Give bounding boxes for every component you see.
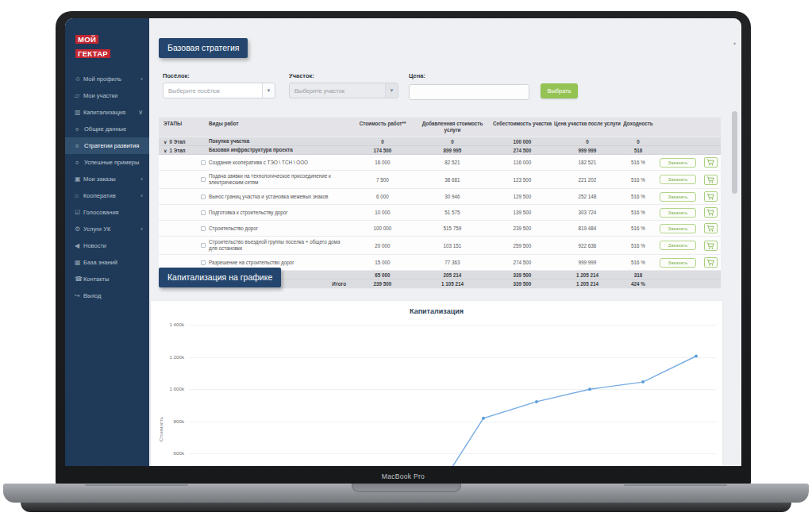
sidebar-item-1[interactable]: ☺Мой профиль‹ (65, 71, 149, 87)
column-header: Виды работ (209, 118, 351, 130)
order-cell: Заказать (656, 258, 700, 268)
sidebar-item-9[interactable]: ☑Голосования (65, 204, 149, 221)
app-logo: МОЙ ГЕКТАР (75, 31, 149, 60)
row-checkbox[interactable] (201, 243, 206, 248)
cooperative-icon: ⌂ (75, 192, 83, 199)
sidebar-item-2[interactable]: ▱Мои участки (65, 87, 149, 104)
checkbox-cell (197, 226, 209, 231)
added-cell: 51 575 (414, 210, 491, 215)
cart-button[interactable] (704, 223, 718, 233)
sidebar-item-10[interactable]: ⚙Услуги УК‹ (65, 221, 149, 237)
data-point-marker (695, 355, 698, 358)
sidebar-item-6[interactable]: ○Успешные примеры (65, 154, 149, 171)
stage-row[interactable]: ∨0 ЭтапПокупка участка00100 00000 (159, 137, 721, 146)
sidebar-item-label: Стратегии развития (84, 142, 139, 149)
order-button[interactable]: Заказать (660, 258, 696, 268)
stage-label: 1 Этап (169, 148, 185, 153)
cart-button[interactable] (704, 175, 718, 185)
news-icon: ◀ (75, 242, 83, 249)
chevron-collapsed-icon: ‹ (140, 192, 143, 199)
column-header: Стоимость работ** (351, 118, 414, 130)
logo-line-2: ГЕКТАР (75, 49, 110, 58)
stage-expand-icon[interactable]: ∨ (164, 139, 167, 145)
order-button[interactable]: Заказать (660, 224, 696, 233)
macbook-label: MacBook Pro (56, 472, 751, 480)
column-header: Доходность (621, 118, 656, 130)
sidebar-item-label: Мои заказы (83, 175, 116, 183)
sidebar-item-12[interactable]: ▦База знаний (65, 254, 149, 271)
order-cell: Заказать (656, 192, 700, 202)
stage-cell: ∨0 Этап (159, 139, 197, 145)
row-checkbox[interactable] (201, 177, 206, 182)
voting-icon: ☑ (75, 209, 83, 216)
sidebar-item-label: База знаний (83, 259, 117, 266)
yield-cell: 316 (621, 272, 656, 278)
select-button[interactable]: Выбрать (541, 83, 578, 98)
scrollbar-up-arrow-icon[interactable]: ▲ (733, 40, 737, 45)
work-name-cell: Строительство дорог (209, 225, 351, 232)
yield-cell: 516 % (621, 225, 656, 231)
stage-row[interactable]: ∨1 ЭтапБазовая инфраструктура проекта174… (159, 146, 721, 155)
row-checkbox[interactable] (201, 210, 206, 215)
row-checkbox[interactable] (201, 195, 206, 199)
sidebar-item-7[interactable]: ▣Мои заказы‹ (65, 171, 149, 187)
order-button[interactable]: Заказать (660, 175, 696, 184)
sidebar-item-5[interactable]: ○Стратегии развития (65, 137, 149, 154)
cart-button[interactable] (704, 257, 718, 268)
cart-button[interactable] (704, 241, 718, 251)
sidebar-item-4[interactable]: ○Общие данные (65, 121, 149, 137)
chevron-down-icon[interactable]: ▼ (385, 83, 398, 98)
added-cell: 38 681 (414, 177, 491, 183)
hinge-left (85, 484, 188, 486)
sidebar-item-label: Голосования (83, 209, 119, 216)
added-cell: 1 105 214 (414, 281, 491, 287)
sidebar-menu: ☺Мой профиль‹▱Мои участки▥Капитализация∨… (65, 71, 149, 304)
radio-circle-icon: ○ (75, 126, 84, 132)
order-button[interactable]: Заказать (660, 192, 696, 202)
sidebar-item-label: Контакты (83, 276, 109, 283)
cart-cell (700, 191, 721, 202)
stage-expand-icon[interactable]: ∨ (164, 148, 167, 153)
work-row: Вынос границ участка и установка межевых… (159, 189, 721, 205)
village-select[interactable]: Выберите посёлок ▼ (163, 83, 275, 98)
cart-button[interactable] (704, 207, 718, 218)
plot-filter-group: Участок: Выберите участок ▼ (289, 72, 398, 98)
cart-icon (706, 225, 714, 232)
column-header: Себестоимость участка (491, 118, 554, 130)
cart-button[interactable] (704, 157, 718, 168)
logo-line-1: МОЙ (75, 35, 98, 44)
land-plots-icon: ▱ (75, 92, 83, 99)
sidebar-item-3[interactable]: ▥Капитализация∨ (65, 104, 149, 121)
row-checkbox[interactable] (201, 160, 206, 165)
row-checkbox[interactable] (201, 260, 206, 265)
macbook-base-shadow (21, 503, 791, 512)
hinge-right (624, 484, 727, 486)
chevron-down-icon[interactable]: ▼ (262, 83, 275, 98)
work-name-cell: Вынос границ участка и установка межевых… (209, 194, 351, 200)
logout-icon: ↪ (75, 292, 83, 299)
plot-select[interactable]: Выберите участок ▼ (289, 83, 398, 98)
sidebar-item-13[interactable]: ☎Контакты (65, 271, 149, 287)
order-button[interactable]: Заказать (660, 208, 696, 218)
order-button[interactable]: Заказать (660, 158, 696, 168)
sidebar-item-label: Общие данные (84, 125, 126, 133)
scrollbar-thumb[interactable] (732, 111, 737, 194)
cost-cell: 7 500 (351, 177, 414, 183)
price-cell: 0 (554, 139, 621, 145)
cart-button[interactable] (704, 191, 718, 202)
sidebar-item-8[interactable]: ⌂Кооператив‹ (65, 187, 149, 204)
order-button[interactable]: Заказать (660, 241, 696, 250)
order-cell: Заказать (656, 175, 700, 184)
yield-cell: 516 % (621, 210, 656, 215)
header-checkbox-spacer (197, 118, 209, 124)
price-input[interactable] (409, 84, 529, 100)
stage-label: 0 Этап (169, 139, 185, 145)
macbook-base (3, 484, 809, 503)
cart-cell (700, 175, 721, 185)
price-cell: 999 999 (554, 260, 621, 265)
column-header: Добавленная стоимость услуги (414, 118, 491, 137)
sidebar-item-11[interactable]: ◀Новости (65, 237, 149, 254)
sidebar-item-14[interactable]: ↪Выход (65, 287, 149, 304)
row-checkbox[interactable] (201, 226, 206, 231)
self-cell: 100 000 (491, 139, 554, 145)
